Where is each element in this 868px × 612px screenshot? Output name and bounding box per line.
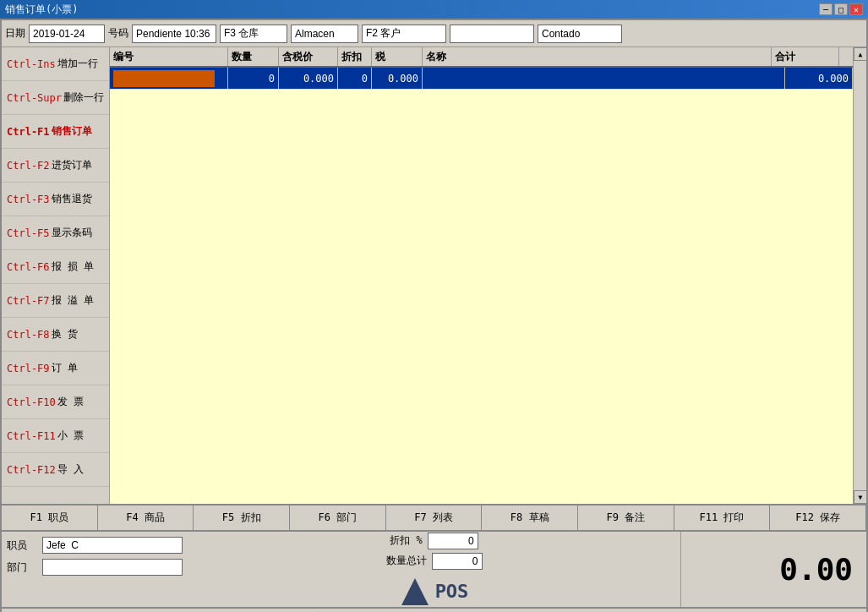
- sidebar-key-8: Ctrl-F8: [7, 329, 50, 341]
- sidebar-item-10[interactable]: Ctrl-F10 发 票: [2, 385, 109, 419]
- maximize-button[interactable]: □: [834, 3, 848, 15]
- statusbar: 2019/1/24 | 10:36 | 服务器:127.0.0.1 | 数据库:…: [2, 607, 866, 612]
- td-name: [423, 68, 785, 89]
- th-qty: 数量: [228, 47, 279, 66]
- app-title: 销售订单(小票): [5, 3, 78, 17]
- discount-field[interactable]: [428, 533, 478, 549]
- td-total: 0.000: [785, 68, 853, 89]
- sidebar-item-0[interactable]: Ctrl-Ins 增加一行: [2, 47, 109, 81]
- employee-label: 职员: [7, 538, 37, 553]
- td-qty: 0: [228, 68, 279, 89]
- sidebar-label-6: 报 损 单: [52, 260, 94, 274]
- discount-label: 折扣 %: [390, 533, 422, 548]
- th-total: 合计: [772, 47, 839, 66]
- sidebar-label-5: 显示条码: [52, 226, 92, 240]
- content-area: Ctrl-Ins 增加一行Ctrl-Supr 删除一行Ctrl-F1 销售订单C…: [2, 47, 866, 504]
- bottom-btn-5[interactable]: F8 草稿: [482, 505, 578, 530]
- date-field[interactable]: [29, 25, 105, 43]
- total-amount: 0.00: [779, 552, 853, 587]
- sidebar-key-12: Ctrl-F12: [7, 464, 56, 476]
- scrollbar-area: ▲ ▼: [853, 47, 866, 504]
- bottom-btn-4[interactable]: F7 列表: [386, 505, 483, 530]
- qty-total-row: 数量总计: [386, 553, 483, 570]
- status-middle: 折扣 % 数量总计 POS: [188, 532, 680, 607]
- employee-row: 职员: [7, 537, 183, 554]
- qty-total-label: 数量总计: [386, 554, 427, 568]
- sidebar-item-3[interactable]: Ctrl-F2 进货订单: [2, 149, 109, 183]
- scroll-track: [854, 61, 866, 490]
- sidebar-label-9: 订 单: [52, 361, 78, 375]
- table-area: 编号 数量 含税价 折扣 税 名称 合计 0 0.000 0 0.000: [110, 47, 853, 504]
- sidebar-key-10: Ctrl-F10: [7, 396, 56, 408]
- sidebar-key-1: Ctrl-Supr: [7, 92, 62, 104]
- window-controls: ─ □ ✕: [819, 3, 863, 15]
- minimize-button[interactable]: ─: [819, 3, 833, 15]
- bottom-btn-0[interactable]: F1 职员: [2, 505, 98, 530]
- sidebar-item-2[interactable]: Ctrl-F1 销售订单: [2, 115, 109, 149]
- scroll-up-button[interactable]: ▲: [854, 47, 867, 61]
- sidebar-item-7[interactable]: Ctrl-F7 报 溢 单: [2, 284, 109, 318]
- bottom-toolbar: F1 职员F4 商品F5 折扣F6 部门F7 列表F8 草稿F9 备注F11 打…: [2, 504, 866, 531]
- bottom-btn-1[interactable]: F4 商品: [98, 505, 194, 530]
- sidebar-item-1[interactable]: Ctrl-Supr 删除一行: [2, 81, 109, 115]
- f2-label-field[interactable]: [362, 25, 446, 43]
- bottom-btn-2[interactable]: F5 折扣: [194, 505, 290, 530]
- payment-field[interactable]: [538, 25, 622, 43]
- sidebar-label-7: 报 溢 单: [52, 293, 94, 308]
- sidebar-item-6[interactable]: Ctrl-F6 报 损 单: [2, 250, 109, 284]
- svg-marker-0: [401, 578, 429, 605]
- table-header: 编号 数量 含税价 折扣 税 名称 合计: [110, 47, 853, 68]
- bottom-btn-8[interactable]: F12 保存: [770, 505, 866, 530]
- sidebar-label-8: 换 货: [52, 327, 78, 342]
- table-row[interactable]: 0 0.000 0 0.000 0.000: [110, 68, 853, 90]
- sidebar-item-8[interactable]: Ctrl-F8 换 货: [2, 318, 109, 352]
- th-price: 含税价: [279, 47, 338, 66]
- pending-field[interactable]: [132, 25, 216, 43]
- titlebar: 销售订单(小票) ─ □ ✕: [0, 0, 868, 19]
- department-field[interactable]: [42, 559, 183, 576]
- sidebar-item-11[interactable]: Ctrl-F11 小 票: [2, 419, 109, 453]
- th-name: 名称: [423, 47, 772, 66]
- status-area: 职员 部门 折扣 % 数量总计: [2, 531, 866, 607]
- sidebar-item-12[interactable]: Ctrl-F12 导 入: [2, 453, 109, 487]
- sidebar-label-3: 进货订单: [52, 158, 92, 172]
- table-body: 0 0.000 0 0.000 0.000: [110, 68, 853, 504]
- sidebar-label-4: 销售退货: [52, 192, 92, 206]
- bottom-btn-7[interactable]: F11 打印: [674, 505, 771, 530]
- th-tax: 税: [372, 47, 423, 66]
- th-disc: 折扣: [338, 47, 372, 66]
- sidebar-item-5[interactable]: Ctrl-F5 显示条码: [2, 216, 109, 250]
- date-label: 日期: [5, 26, 25, 41]
- discount-row: 折扣 %: [390, 533, 478, 549]
- qty-total-field[interactable]: [432, 553, 483, 570]
- bottom-btn-3[interactable]: F6 部门: [290, 505, 386, 530]
- sidebar-key-6: Ctrl-F6: [7, 261, 50, 273]
- sidebar-key-9: Ctrl-F9: [7, 363, 50, 374]
- warehouse-field[interactable]: [291, 25, 358, 43]
- main-window: 日期 号码 Ctrl-Ins 增加一行Ctrl-Supr 删除一行Ctrl-F1…: [0, 19, 868, 612]
- sidebar-key-5: Ctrl-F5: [7, 227, 50, 239]
- sidebar-label-12: 导 入: [57, 462, 84, 477]
- sidebar-item-4[interactable]: Ctrl-F3 销售退货: [2, 183, 109, 216]
- sidebar: Ctrl-Ins 增加一行Ctrl-Supr 删除一行Ctrl-F1 销售订单C…: [2, 47, 110, 504]
- employee-field[interactable]: [42, 537, 183, 554]
- sidebar-key-2: Ctrl-F1: [7, 126, 50, 138]
- bottom-btn-6[interactable]: F9 备注: [578, 505, 674, 530]
- close-button[interactable]: ✕: [849, 3, 863, 15]
- number-input[interactable]: [113, 70, 215, 87]
- sidebar-item-9[interactable]: Ctrl-F9 订 单: [2, 352, 109, 385]
- sidebar-key-7: Ctrl-F7: [7, 295, 50, 307]
- sidebar-key-4: Ctrl-F3: [7, 194, 50, 205]
- department-label: 部门: [7, 560, 37, 575]
- sidebar-key-3: Ctrl-F2: [7, 160, 50, 172]
- code-label: 号码: [108, 26, 128, 41]
- sidebar-label-10: 发 票: [57, 395, 84, 409]
- sidebar-key-0: Ctrl-Ins: [7, 58, 56, 70]
- scroll-down-button[interactable]: ▼: [854, 490, 867, 504]
- status-right: 0.00: [680, 532, 866, 607]
- pos-logo-icon: [400, 576, 430, 607]
- sidebar-label-2: 销售订单: [52, 124, 92, 139]
- f3-label-field[interactable]: [220, 25, 287, 43]
- customer-field[interactable]: [450, 25, 534, 43]
- th-number: 编号: [110, 47, 228, 66]
